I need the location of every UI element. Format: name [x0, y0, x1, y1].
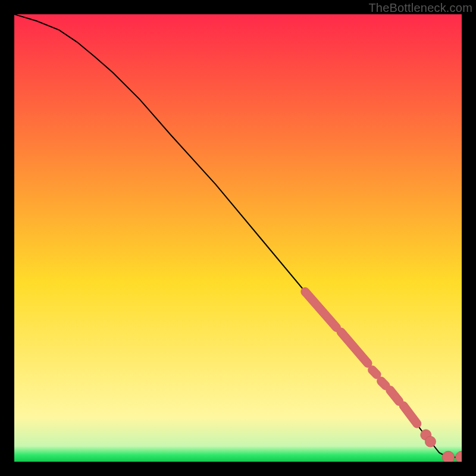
data-dot-segment [372, 370, 377, 375]
chart-stage: TheBottleneck.com [0, 0, 476, 476]
data-dot-segment [381, 381, 386, 386]
data-dot [442, 451, 455, 462]
data-dot [425, 436, 436, 447]
plot-area [14, 14, 462, 462]
attribution-label: TheBottleneck.com [368, 1, 472, 15]
chart-svg [14, 14, 462, 462]
